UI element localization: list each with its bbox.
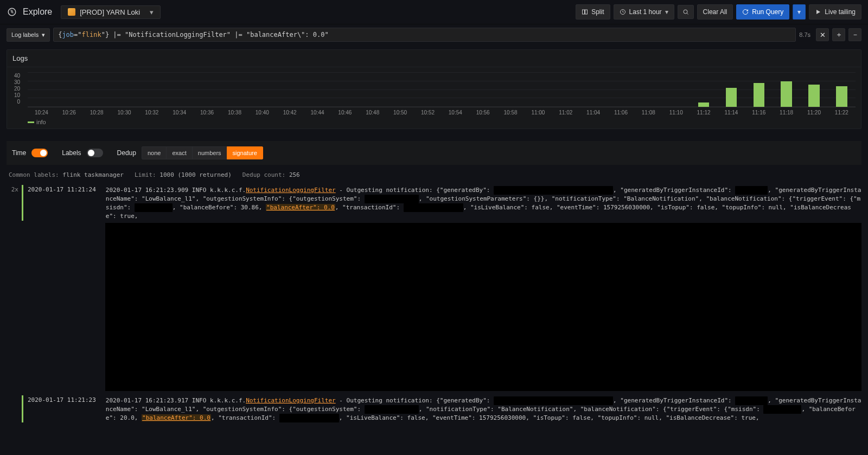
page-title: Explore — [23, 7, 52, 17]
time-toggle-label: Time — [12, 149, 26, 157]
dedup-option-numbers[interactable]: numbers — [192, 146, 227, 159]
dedup-count-value: 256 — [289, 171, 300, 178]
dedup-option-exact[interactable]: exact — [166, 146, 192, 159]
log-message: 2020-01-17 16:21:23.917 INFO k.k.k.c.f.N… — [106, 395, 861, 422]
dedup-option-none[interactable]: none — [142, 146, 167, 159]
chevron-down-icon: ▾ — [665, 8, 668, 16]
svg-point-5 — [684, 10, 687, 14]
common-labels-value: flink taskmanager — [62, 171, 124, 178]
run-query-split-button[interactable]: ▾ — [793, 4, 806, 20]
clear-all-label: Clear All — [703, 8, 727, 16]
brace-close: "} — [101, 31, 109, 39]
legend-swatch — [28, 121, 34, 123]
time-toggle[interactable] — [31, 149, 48, 157]
log-controls: Time Labels Dedup noneexactnumberssignat… — [7, 141, 861, 165]
topbar-left: Explore [PROD] YARN Loki ▾ — [7, 5, 161, 19]
labels-toggle-label: Labels — [62, 149, 81, 157]
logs-histogram-panel: Logs 403020100 10:2410:2610:2810:3010:32… — [7, 49, 861, 129]
logs-panel-title: Logs — [7, 50, 861, 67]
topbar-right: Split Last 1 hour ▾ Clear All Run Query … — [576, 4, 861, 20]
log-level-bar — [22, 185, 23, 221]
limit-value: 1000 (1000 returned) — [159, 171, 231, 178]
plus-icon: ＋ — [835, 30, 843, 40]
log-message: 2020-01-17 16:21:23.909 INFO k.k.k.c.f.N… — [106, 185, 861, 221]
datasource-name: [PROD] YARN Loki — [80, 8, 140, 16]
dup-count: 2x — [7, 185, 22, 193]
time-range-button[interactable]: Last 1 hour ▾ — [614, 4, 674, 20]
dedup-label: Dedup — [117, 149, 136, 157]
svg-marker-6 — [816, 10, 820, 14]
remove-query-button[interactable]: ✕ — [816, 28, 829, 41]
datasource-picker[interactable]: [PROD] YARN Loki ▾ — [61, 5, 161, 19]
log-labels-button[interactable]: Log labels ▾ — [7, 28, 50, 42]
svg-rect-2 — [583, 10, 585, 14]
query-elapsed: 8.7s — [799, 31, 810, 38]
chart-legend: info — [28, 119, 856, 125]
log-row[interactable]: 2020-01-17 11:21:232020-01-17 16:21:23.9… — [7, 395, 861, 422]
close-icon: ✕ — [820, 31, 826, 39]
dup-count — [7, 395, 22, 396]
time-range-label: Last 1 hour — [629, 8, 662, 16]
refresh-icon — [742, 9, 749, 15]
chevron-down-icon: ▾ — [42, 31, 45, 39]
log-timestamp: 2020-01-17 11:21:23 — [28, 395, 106, 403]
live-tailing-label: Live tailing — [825, 8, 856, 16]
split-label: Split — [591, 8, 604, 16]
log-row[interactable]: 2x2020-01-17 11:21:242020-01-17 16:21:23… — [7, 185, 861, 221]
labels-toggle-group: Labels — [62, 149, 103, 157]
topbar: Explore [PROD] YARN Loki ▾ Split Last 1 … — [0, 0, 868, 24]
chevron-down-icon: ▾ — [150, 8, 154, 16]
play-icon — [815, 9, 821, 15]
chart-area[interactable] — [28, 73, 856, 107]
split-button[interactable]: Split — [576, 4, 610, 20]
minus-icon: － — [852, 30, 859, 40]
clock-icon — [620, 9, 626, 15]
redacted-block — [105, 223, 861, 391]
chart-xaxis: 10:2410:2610:2810:3010:3210:3410:3610:38… — [28, 110, 856, 116]
zoom-out-button[interactable] — [678, 5, 694, 19]
common-labels-label: Common labels: — [9, 171, 59, 178]
disable-query-button[interactable]: － — [848, 28, 861, 41]
log-labels-label: Log labels — [11, 31, 39, 38]
logs-meta: Common labels: flink taskmanager Limit: … — [7, 168, 861, 182]
query-key: job — [62, 31, 74, 39]
query-area: Log labels ▾ {job="flink"} |= "Notificat… — [0, 24, 868, 42]
time-toggle-group: Time — [12, 149, 48, 157]
search-icon — [682, 9, 689, 15]
run-query-label: Run Query — [752, 8, 783, 16]
loki-icon — [68, 8, 75, 16]
query-row: Log labels ▾ {job="flink"} |= "Notificat… — [7, 28, 861, 42]
clear-all-button[interactable]: Clear All — [697, 4, 733, 20]
add-query-button[interactable]: ＋ — [832, 28, 845, 41]
logs-panel-body: 403020100 10:2410:2610:2810:3010:3210:34… — [7, 67, 861, 129]
chart-bars — [28, 73, 856, 107]
run-query-button[interactable]: Run Query — [736, 4, 789, 20]
labels-toggle[interactable] — [87, 149, 103, 157]
legend-label: info — [36, 119, 46, 125]
log-level-bar — [22, 395, 23, 422]
dedup-count-label: Dedup count: — [242, 171, 285, 178]
dedup-option-signature[interactable]: signature — [227, 146, 263, 159]
limit-label: Limit: — [135, 171, 156, 178]
query-input[interactable]: {job="flink"} |= "NotificationLoggingFil… — [53, 28, 796, 42]
svg-marker-1 — [10, 10, 14, 14]
log-rows: 2x2020-01-17 11:21:242020-01-17 16:21:23… — [7, 185, 861, 422]
explore-icon — [7, 7, 17, 17]
chevron-down-icon: ▾ — [797, 8, 801, 16]
dedup-options: noneexactnumberssignature — [142, 146, 263, 159]
chart-yaxis: 403020100 — [10, 73, 20, 105]
dedup-group: Dedup noneexactnumberssignature — [117, 146, 263, 159]
svg-rect-3 — [585, 10, 588, 14]
columns-icon — [582, 9, 588, 15]
log-timestamp: 2020-01-17 11:21:24 — [28, 185, 106, 193]
query-pipes: |= "NotificationLoggingFilter" |= "balan… — [109, 31, 329, 39]
live-tailing-button[interactable]: Live tailing — [809, 4, 861, 20]
query-eq: =" — [74, 31, 81, 39]
query-val: flink — [82, 31, 101, 39]
